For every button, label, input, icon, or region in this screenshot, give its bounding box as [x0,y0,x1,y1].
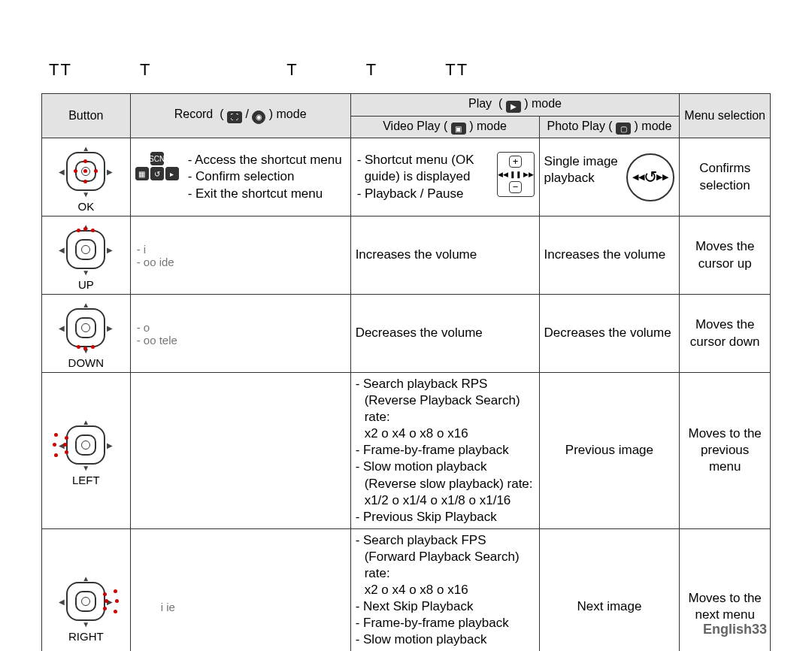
play-mode-icon: ▶ [506,101,521,113]
page-title-row: TT T T T TT [41,60,771,80]
page-footer: English33 [703,622,767,637]
photo-play-icon: ▢ [616,123,631,135]
row-down: ▲▼◀▶ DOWN o oo tele Decreases the volume… [42,295,771,373]
video-play-icon: ▣ [451,123,466,135]
row-left: ▲▼◀▶ LEFT - Search playback RPS (Reverse… [42,373,771,529]
col-menu: Menu selection [680,94,771,138]
dpad-down-icon: ▲▼◀▶ [60,302,111,353]
button-reference-table: Button Record ( ⛶ / ◉ ) mode Play ( ▶ ) … [41,93,771,651]
row-ok: ▲▼◀▶ OK SCN ▦↺▸ [42,138,771,216]
row-right: ▲▼◀▶ RIGHT i ie - Search playback FPS (F… [42,528,771,651]
col-photo-play: Photo Play ( ▢ ) mode [539,116,680,138]
row-up: ▲▼◀▶ UP i oo ide Increases the volume In… [42,216,771,295]
record-photo-icon: ◉ [252,111,265,124]
dpad-ok-icon: ▲▼◀▶ [60,146,111,197]
record-movie-icon: ⛶ [227,111,242,123]
dpad-right-icon: ▲▼◀▶ [60,576,111,627]
col-video-play: Video Play ( ▣ ) mode [350,116,539,138]
dpad-left-icon: ▲▼◀▶ [60,419,111,471]
col-play: Play ( ▶ ) mode [350,94,680,117]
dpad-up-icon: ▲▼◀▶ [60,224,111,275]
volume-osd-icon: + ◀◀❚❚▶▶ − [497,152,535,197]
col-record: Record ( ⛶ / ◉ ) mode [130,94,350,138]
photo-nav-osd-icon: ◀◀↺▶▶ [626,153,674,201]
shortcut-osd-grid-icon: SCN ▦↺▸ [135,152,179,195]
col-button: Button [42,94,131,138]
